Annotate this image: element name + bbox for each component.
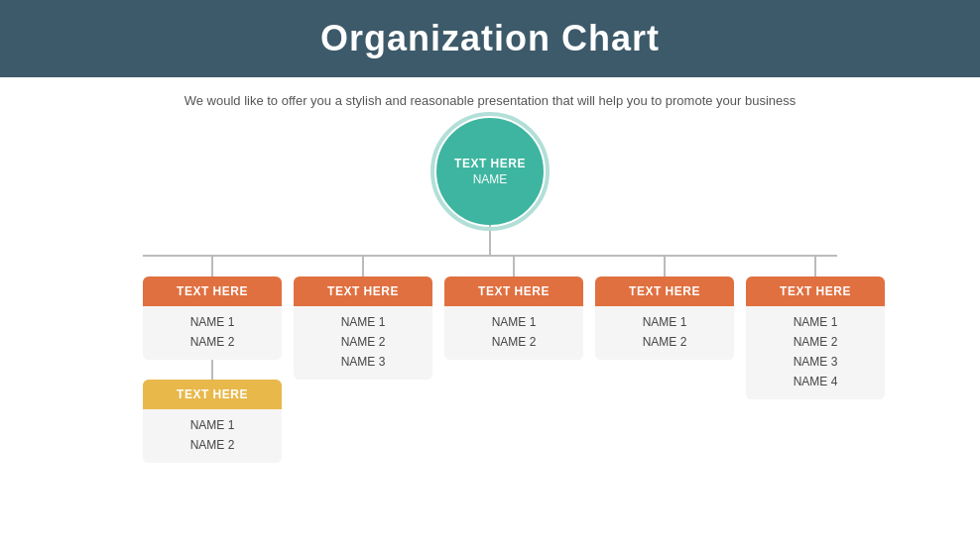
child-card-1: TEXT HERE NAME 1 NAME 2 <box>143 276 282 360</box>
card-header-1: TEXT HERE <box>143 276 282 306</box>
card-body-3: NAME 1 NAME 2 <box>444 306 583 360</box>
root-name: NAME <box>473 172 508 186</box>
card-name-2-3: NAME 3 <box>302 352 425 372</box>
root-connector <box>489 225 491 255</box>
card-name-1-2: NAME 2 <box>151 332 274 352</box>
card-name-2-1: NAME 1 <box>302 312 425 332</box>
child-2: TEXT HERE NAME 1 NAME 2 NAME 3 <box>294 257 432 380</box>
sub-card-header-1: TEXT HERE <box>143 380 282 409</box>
root-node: TEXT HERE NAME <box>436 118 544 225</box>
card-name-5-2: NAME 2 <box>754 332 877 352</box>
child-card-4: TEXT HERE NAME 1 NAME 2 <box>595 276 734 360</box>
child-4: TEXT HERE NAME 1 NAME 2 <box>595 257 734 360</box>
card-name-5-4: NAME 4 <box>754 372 877 391</box>
children-row: TEXT HERE NAME 1 NAME 2 TEXT HERE NAME 1… <box>143 257 837 463</box>
card-body-2: NAME 1 NAME 2 NAME 3 <box>294 306 432 380</box>
org-chart: TEXT HERE NAME TEXT HERE NAME 1 NAME 2 <box>0 118 980 463</box>
card-header-5: TEXT HERE <box>746 276 885 306</box>
v-connector-5 <box>814 257 816 276</box>
card-header-3: TEXT HERE <box>444 276 583 306</box>
sub-card-name-1-1: NAME 1 <box>151 415 274 435</box>
child-3: TEXT HERE NAME 1 NAME 2 <box>444 257 583 360</box>
card-body-5: NAME 1 NAME 2 NAME 3 NAME 4 <box>746 306 885 399</box>
sub-child-1: TEXT HERE NAME 1 NAME 2 <box>143 360 282 463</box>
sub-card-1: TEXT HERE NAME 1 NAME 2 <box>143 380 282 463</box>
card-name-3-1: NAME 1 <box>452 312 575 332</box>
v-connector-2 <box>362 257 364 276</box>
child-card-2: TEXT HERE NAME 1 NAME 2 NAME 3 <box>294 276 432 380</box>
sub-card-body-1: NAME 1 NAME 2 <box>143 409 282 463</box>
sub-connector-1 <box>211 360 213 380</box>
card-name-2-2: NAME 2 <box>302 332 425 352</box>
card-name-5-1: NAME 1 <box>754 312 877 332</box>
child-5: TEXT HERE NAME 1 NAME 2 NAME 3 NAME 4 <box>746 257 885 399</box>
page-title: Organization Chart <box>0 18 980 59</box>
page-header: Organization Chart <box>0 0 980 77</box>
card-name-1-1: NAME 1 <box>151 312 274 332</box>
card-body-1: NAME 1 NAME 2 <box>143 306 282 360</box>
v-connector-1 <box>211 257 213 276</box>
card-name-4-1: NAME 1 <box>603 312 726 332</box>
root-title: TEXT HERE <box>454 157 526 170</box>
card-name-4-2: NAME 2 <box>603 332 726 352</box>
card-body-4: NAME 1 NAME 2 <box>595 306 734 360</box>
child-col-1: TEXT HERE NAME 1 NAME 2 TEXT HERE NAME 1… <box>143 257 282 463</box>
card-header-4: TEXT HERE <box>595 276 734 306</box>
child-card-5: TEXT HERE NAME 1 NAME 2 NAME 3 NAME 4 <box>746 276 885 399</box>
child-1: TEXT HERE NAME 1 NAME 2 <box>143 257 282 360</box>
child-card-3: TEXT HERE NAME 1 NAME 2 <box>444 276 583 360</box>
page-subtitle: We would like to offer you a stylish and… <box>0 93 980 108</box>
card-name-3-2: NAME 2 <box>452 332 575 352</box>
v-connector-4 <box>664 257 666 276</box>
card-name-5-3: NAME 3 <box>754 352 877 372</box>
card-header-2: TEXT HERE <box>294 276 432 306</box>
v-connector-3 <box>513 257 515 276</box>
sub-card-name-1-2: NAME 2 <box>151 435 274 455</box>
